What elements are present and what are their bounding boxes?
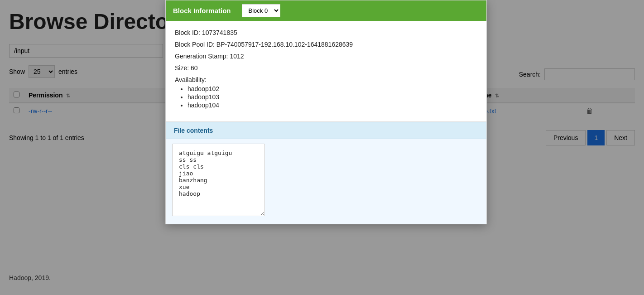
availability-label: Availability:	[175, 76, 477, 83]
availability-list: hadoop102 hadoop103 hadoop104	[175, 85, 477, 109]
file-contents-section: File contents atguigu atguigu ss ss cls …	[166, 122, 486, 224]
generation-stamp-row: Generation Stamp: 1012	[175, 53, 477, 60]
block-pool-row: Block Pool ID: BP-740057917-192.168.10.1…	[175, 41, 477, 48]
block-pool-label: Block Pool ID:	[175, 41, 215, 48]
modal-header: Block Information Block 0	[166, 0, 486, 21]
block-id-label: Block ID:	[175, 29, 200, 36]
availability-row: Availability: hadoop102 hadoop103 hadoop…	[175, 76, 477, 109]
size-row: Size: 60	[175, 64, 477, 72]
availability-node-1: hadoop103	[187, 93, 477, 101]
file-contents-textarea[interactable]: atguigu atguigu ss ss cls cls jiao banzh…	[172, 144, 265, 216]
size-label: Size:	[175, 64, 189, 72]
block-pool-value: BP-740057917-192.168.10.102-164188162863…	[216, 41, 353, 48]
availability-node-2: hadoop104	[187, 102, 477, 109]
block-id-row: Block ID: 1073741835	[175, 29, 477, 36]
generation-stamp-value: 1012	[230, 53, 244, 60]
block-info-section: Block ID: 1073741835 Block Pool ID: BP-7…	[166, 21, 486, 122]
size-value: 60	[191, 64, 198, 72]
availability-node-0: hadoop102	[187, 85, 477, 92]
file-contents-header: File contents	[166, 122, 486, 139]
block-select[interactable]: Block 0	[242, 4, 280, 17]
block-info-modal: Block Information Block 0 Block ID: 1073…	[165, 0, 487, 224]
block-id-value: 1073741835	[202, 29, 237, 36]
generation-stamp-label: Generation Stamp:	[175, 53, 228, 60]
modal-header-title: Block Information	[166, 2, 238, 19]
